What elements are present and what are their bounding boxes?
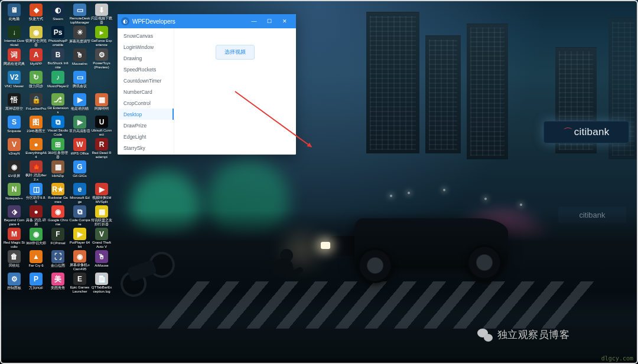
desktop-icon[interactable]: ↻微力同步 xyxy=(25,71,47,92)
desktop-icon-image: 🍁 xyxy=(30,160,43,173)
desktop-icon[interactable]: V2VNC Viewer xyxy=(4,71,25,92)
desktop-icon[interactable]: ◉屏幕录像机oCam495 xyxy=(69,250,90,271)
desktop-icon[interactable]: 🍁枫叶.消息ifier 2.x xyxy=(25,160,47,182)
desktop-icon[interactable]: FFCPrimal xyxy=(47,228,69,249)
desktop-icon[interactable]: ▶他是谁的猫 xyxy=(69,93,90,114)
desktop-icon[interactable]: P万兴PDF xyxy=(25,273,47,294)
desktop-icon[interactable]: ◫分区助手9.8.0 xyxy=(25,183,47,204)
desktop-icon[interactable]: ▭腾讯会议 xyxy=(69,71,90,92)
sidebar-item-starrysky[interactable]: StarrySky xyxy=(118,142,174,153)
desktop-icon[interactable]: 图2345看图王 xyxy=(25,116,47,137)
sidebar-item-snowcanvas[interactable]: SnowCanvas xyxy=(118,30,174,41)
desktop-icon[interactable]: ⎇Git Extensions xyxy=(47,93,69,114)
desktop-icon-image: ♪ xyxy=(51,71,64,84)
desktop-icon[interactable]: 🖱AiMouse xyxy=(91,250,112,271)
desktop-icon[interactable]: SSnipaste xyxy=(4,116,25,137)
desktop-icon-label: 他是谁的猫 xyxy=(71,107,89,111)
desktop-icon[interactable]: ▸GeForce Experience xyxy=(91,26,112,47)
desktop-icon[interactable]: ▶视频转换SMMVSplit xyxy=(91,183,112,204)
desktop-icon-label: 具备.消息.碎屑 xyxy=(25,218,47,227)
desktop-icon-image: ◐ xyxy=(51,4,64,17)
desktop-icon-image: ⧉ xyxy=(51,116,64,128)
desktop-icon[interactable]: VGrand Theft Auto V xyxy=(91,228,112,249)
titlebar[interactable]: ◐ WPFDevelopers — ☐ ✕ xyxy=(118,14,296,28)
desktop-icon[interactable]: ◉360伴侣大师 xyxy=(25,228,47,249)
sidebar-item-drawing[interactable]: Drawing xyxy=(118,53,174,64)
desktop-icon[interactable]: PsPhotoshopPortable xyxy=(47,26,69,47)
desktop-icon[interactable]: ⚙PowerToys (Preview) xyxy=(91,48,112,70)
desktop-icon[interactable]: 🖱MouseInc xyxy=(69,48,90,70)
sidebar-item-cropcontrol[interactable]: CropControl xyxy=(118,97,174,109)
sidebar-item-numbercard[interactable]: NumberCard xyxy=(118,86,174,97)
desktop-icon[interactable]: ▶PotPlayer 64 bit xyxy=(69,228,90,249)
minimize-button[interactable]: — xyxy=(246,14,262,28)
desktop-icon[interactable]: EEpic Games Launcher xyxy=(69,273,90,294)
desktop-icon[interactable]: RRed Dead Redempt xyxy=(91,138,112,159)
desktop-icon[interactable]: ⚙控制面板 xyxy=(4,273,25,294)
sidebar-item-drawprize[interactable]: DrawPrize xyxy=(118,120,174,131)
desktop-icon[interactable]: GGif.GIGs xyxy=(69,160,90,182)
desktop-icon[interactable]: R★Rockstar Games xyxy=(47,183,69,204)
desktop-icon-label: QTTabBarException.log xyxy=(91,286,112,294)
desktop-icon-label: AiMouse xyxy=(95,264,108,268)
desktop-icon-image: ▲ xyxy=(30,250,43,263)
desktop-icon-label: 视频转换SMMVSplit xyxy=(91,196,112,204)
desktop-icon[interactable]: ◆快捷方式 xyxy=(25,4,47,25)
desktop-icon[interactable]: ⬗Beyond Compare 4 xyxy=(4,205,25,227)
desktop-icon-image: P xyxy=(30,273,43,286)
desktop-icon[interactable]: 悟黑神话悟空 xyxy=(4,93,25,114)
desktop-icon[interactable]: NNotepad++ xyxy=(4,183,25,204)
desktop-icon[interactable]: 词网易有道词典 xyxy=(4,48,25,70)
desktop-icon[interactable]: BBioShock Infinite xyxy=(47,48,69,70)
desktop-icon[interactable]: ◉锁屏安全浏览器 xyxy=(25,26,47,47)
desktop-icon-label: Snipaste xyxy=(7,129,21,133)
desktop-icon[interactable]: ⛶金山位图 xyxy=(47,250,69,271)
desktop-icon[interactable]: ◉EV录屏 xyxy=(4,160,25,182)
desktop-icon[interactable]: UUbisoft Connect xyxy=(91,116,112,137)
desktop-icon[interactable]: ▶草月高清影音 xyxy=(69,116,90,137)
sidebar-item-countdowntimer[interactable]: CountdownTimer xyxy=(118,75,174,86)
desktop-icon[interactable]: ⧉Code Compare xyxy=(69,205,90,227)
desktop-icon-label: PhotoshopPortable xyxy=(47,39,69,47)
sidebar-item-shake[interactable]: Shake xyxy=(118,153,174,155)
desktop-icon[interactable]: WWPS Office xyxy=(69,138,90,159)
desktop-icon[interactable]: ◉Google Chrome xyxy=(47,205,69,227)
desktop-icon-image: ▦ xyxy=(51,160,64,173)
desktop-icon[interactable]: ●具备.消息.碎屑 xyxy=(25,205,47,227)
desktop-icon-label: PowerToys (Preview) xyxy=(91,61,112,70)
desktop-icon[interactable]: ☀屏幕亮度调节 xyxy=(69,26,90,47)
sidebar-item-desktop[interactable]: Desktop xyxy=(118,109,174,120)
desktop-icon[interactable]: 美美图秀秀 xyxy=(47,273,69,294)
desktop-icon[interactable]: ⬇闪豆视频下载器 xyxy=(91,4,112,25)
desktop-icon[interactable]: ◐Steam xyxy=(47,4,69,25)
desktop-icon[interactable]: ⊞360任务管理器 xyxy=(47,138,69,159)
desktop-icon-image: M xyxy=(8,228,21,240)
desktop-icon-label: MusicPlayer2 xyxy=(47,84,69,88)
desktop-icon[interactable]: ↓Internet Download xyxy=(4,26,25,47)
desktop-icon[interactable]: eMicrosoft Edge xyxy=(69,183,90,204)
sidebar-item-edgelight[interactable]: EdgeLight xyxy=(118,131,174,142)
desktop-icon[interactable]: MRed Magic Studio xyxy=(4,228,25,249)
desktop-icon[interactable]: ●EverythingA64 xyxy=(25,138,47,159)
desktop-icon[interactable]: 🔒FxLockerPro xyxy=(25,93,47,114)
desktop-icon[interactable]: ▦HbNZip xyxy=(47,160,69,182)
desktop-icon-image: ▦ xyxy=(95,205,108,218)
select-video-button[interactable]: 选择视频 xyxy=(216,45,255,60)
desktop-icon[interactable]: ♪MusicPlayer2 xyxy=(47,71,69,92)
maximize-button[interactable]: ☐ xyxy=(262,14,277,28)
desktop-icon[interactable]: Vv2rayN xyxy=(4,138,25,159)
desktop-icon-image: ◆ xyxy=(30,4,43,17)
desktop-icon[interactable]: 📄QTTabBarException.log xyxy=(91,273,112,294)
app-icon: ◐ xyxy=(121,17,129,25)
desktop-icon[interactable]: ▦传说联盟之友好打折器 xyxy=(91,205,112,227)
desktop-icon[interactable]: ▦阿姆明明 xyxy=(91,93,112,114)
sidebar-item-loginwindow[interactable]: LoginWindow xyxy=(118,41,174,53)
desktop-icon[interactable]: AMyAPP xyxy=(25,48,47,70)
desktop-icon[interactable]: ▭RemoteDesktopManager xyxy=(69,4,90,25)
desktop-icon[interactable]: 🗑回收站 xyxy=(4,250,25,271)
desktop-icon[interactable]: ▲Far Cry 6 xyxy=(25,250,47,271)
desktop-icon[interactable]: 🖥此电脑 xyxy=(4,4,25,25)
desktop-icon[interactable]: ⧉Visual Studio Code xyxy=(47,116,69,137)
sidebar-item-speedrockets[interactable]: SpeedRockets xyxy=(118,64,174,75)
close-button[interactable]: ✕ xyxy=(277,14,292,28)
